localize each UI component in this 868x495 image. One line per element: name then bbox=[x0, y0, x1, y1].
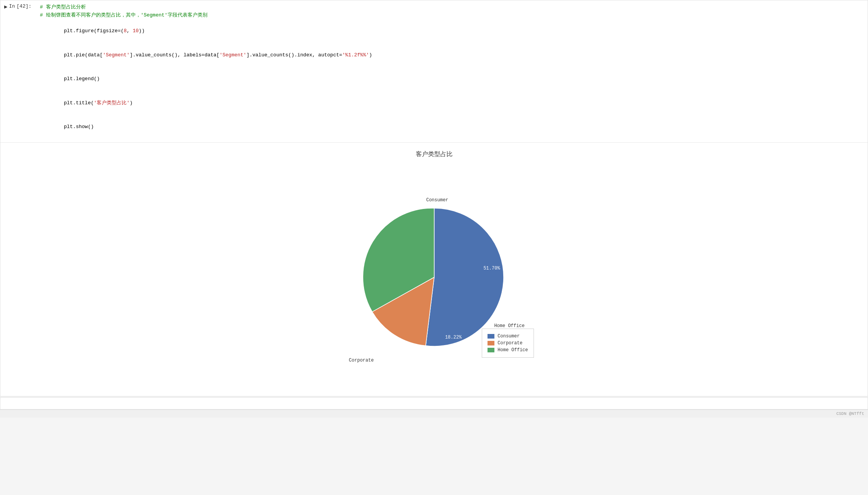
code-line-7: plt.show() bbox=[40, 115, 863, 139]
legend-label-home-office: Home Office bbox=[497, 347, 528, 353]
code-line-6: plt.title('客户类型占比') bbox=[40, 91, 863, 115]
next-cell bbox=[0, 397, 868, 409]
chart-title: 客户类型占比 bbox=[416, 150, 453, 158]
pie-slice-consumer bbox=[425, 208, 503, 346]
pct-label-consumer: 51.70% bbox=[483, 266, 500, 271]
legend-swatch-corporate bbox=[488, 341, 494, 345]
cell-gutter: ▶ In [42]: bbox=[0, 0, 35, 13]
code-area[interactable]: # 客户类型占比分析 # 绘制饼图查看不同客户的类型占比，其中，'Segment… bbox=[35, 0, 868, 142]
pct-label-home-office: 18.22% bbox=[445, 335, 462, 340]
cell-label-num: [42]: bbox=[16, 3, 31, 9]
code-line-3: plt.figure(figsize=(8, 10)) bbox=[40, 20, 863, 43]
code-line-4: plt.pie(data['Segment'].value_counts(), … bbox=[40, 43, 863, 67]
legend-swatch-consumer bbox=[488, 334, 494, 339]
chart-wrapper: 51.70% 30.08% 18.22% Consumer Corporate bbox=[0, 166, 868, 388]
cell-input: ▶ In [42]: # 客户类型占比分析 # 绘制饼图查看不同客户的类型占比，… bbox=[0, 0, 868, 143]
ext-label-home-office: Home Office bbox=[494, 323, 524, 329]
pct-label-corporate: 30.08% bbox=[379, 335, 396, 340]
legend-swatch-home-office bbox=[488, 348, 494, 352]
legend-item-consumer: Consumer bbox=[488, 334, 528, 339]
code-line-5: plt.legend() bbox=[40, 67, 863, 91]
code-line-2: # 绘制饼图查看不同客户的类型占比，其中，'Segment'字段代表客户类别 bbox=[40, 12, 863, 20]
code-line-1: # 客户类型占比分析 bbox=[40, 3, 863, 12]
legend-item-corporate: Corporate bbox=[488, 340, 528, 346]
notebook-cell: ▶ In [42]: # 客户类型占比分析 # 绘制饼图查看不同客户的类型占比，… bbox=[0, 0, 868, 396]
footer-bar: CSDN @NTfft bbox=[0, 409, 868, 418]
ext-label-consumer: Consumer bbox=[426, 197, 448, 203]
legend-item-home-office: Home Office bbox=[488, 347, 528, 353]
cell-output: 客户类型占比 51.70% bbox=[0, 143, 868, 396]
cell-label-in: In bbox=[9, 3, 15, 9]
legend-label-corporate: Corporate bbox=[497, 340, 522, 346]
ext-label-corporate: Corporate bbox=[349, 358, 374, 363]
run-icon[interactable]: ▶ bbox=[4, 3, 7, 10]
footer-text: CSDN @NTfft bbox=[836, 411, 864, 416]
chart-container: 51.70% 30.08% 18.22% Consumer Corporate bbox=[327, 166, 542, 388]
legend-label-consumer: Consumer bbox=[497, 334, 520, 339]
chart-legend: Consumer Corporate Home Office bbox=[482, 329, 534, 358]
